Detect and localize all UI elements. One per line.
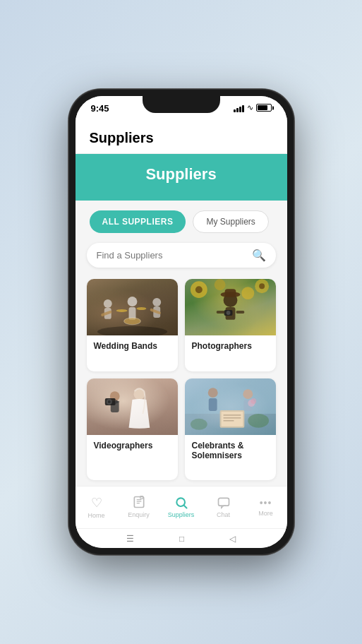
- svg-point-0: [97, 326, 167, 335]
- status-icons: ∿: [234, 103, 272, 112]
- nav-home[interactable]: ♡ Home: [76, 495, 118, 519]
- svg-rect-20: [224, 289, 236, 296]
- card-label-videographers: Videographers: [87, 435, 178, 456]
- svg-rect-33: [185, 378, 276, 414]
- card-wedding-bands[interactable]: Wedding Bands: [87, 279, 178, 371]
- svg-rect-54: [218, 498, 229, 506]
- wedding-bands-illustration: [87, 279, 178, 335]
- battery-icon: [256, 104, 272, 112]
- android-home-icon[interactable]: □: [179, 534, 184, 544]
- videographers-illustration: [87, 378, 178, 435]
- svg-point-3: [123, 318, 140, 325]
- svg-rect-40: [208, 398, 217, 411]
- android-nav: ☰ □ ◁: [76, 528, 287, 548]
- card-label-wedding-bands: Wedding Bands: [87, 335, 178, 357]
- page-title: Suppliers: [90, 130, 154, 145]
- svg-point-39: [207, 388, 217, 398]
- svg-point-4: [103, 299, 111, 308]
- nav-home-label: Home: [88, 512, 104, 519]
- search-bar: 🔍: [87, 243, 276, 268]
- phone-notch: [143, 96, 220, 113]
- phone-frame: 9:45 ∿ Suppliers Suppliers: [68, 89, 294, 555]
- svg-point-15: [241, 287, 254, 299]
- svg-point-44: [251, 398, 256, 404]
- status-time: 9:45: [91, 103, 109, 114]
- more-icon: •••: [260, 497, 272, 508]
- svg-point-11: [136, 307, 146, 310]
- card-photographers[interactable]: Photographers: [185, 279, 276, 371]
- svg-point-32: [107, 400, 110, 403]
- svg-rect-35: [221, 411, 243, 426]
- nav-chat[interactable]: Chat: [203, 496, 245, 518]
- card-label-celebrants: Celebrants & Solemnisers: [185, 435, 276, 466]
- home-icon: ♡: [91, 495, 102, 511]
- chat-icon: [217, 496, 231, 510]
- hero-section: Suppliers: [76, 154, 287, 201]
- svg-point-23: [226, 311, 230, 315]
- bottom-nav: ♡ Home Enquiry Suppliers: [76, 486, 287, 528]
- tab-all-suppliers[interactable]: ALL SUPPLIERS: [90, 210, 186, 233]
- search-input[interactable]: [97, 250, 252, 261]
- card-image-celebrants: [185, 378, 276, 435]
- nav-enquiry-label: Enquiry: [128, 511, 150, 518]
- svg-point-10: [116, 309, 127, 312]
- nav-more-label: More: [258, 510, 273, 517]
- svg-point-14: [214, 279, 225, 290]
- svg-rect-25: [236, 311, 244, 314]
- signal-icon: [234, 104, 244, 112]
- nav-more[interactable]: ••• More: [245, 497, 287, 517]
- nav-suppliers[interactable]: Suppliers: [160, 496, 203, 518]
- wifi-icon: ∿: [247, 103, 253, 112]
- suppliers-icon: [174, 496, 188, 510]
- enquiry-icon: [132, 495, 146, 509]
- svg-point-16: [195, 286, 202, 293]
- phone-screen: 9:45 ∿ Suppliers Suppliers: [76, 96, 287, 548]
- android-back-icon[interactable]: ◁: [229, 534, 236, 544]
- hero-title: Suppliers: [90, 165, 273, 184]
- app-header: Suppliers: [76, 127, 287, 154]
- svg-point-41: [243, 389, 253, 399]
- nav-chat-label: Chat: [217, 511, 230, 518]
- card-image-photographers: [185, 279, 276, 335]
- svg-point-45: [248, 413, 269, 427]
- suppliers-grid: Wedding Bands: [76, 279, 287, 486]
- tabs-container: ALL SUPPLIERS My Suppliers: [76, 201, 287, 243]
- search-container: 🔍: [76, 243, 287, 279]
- card-videographers[interactable]: Videographers: [87, 378, 178, 481]
- svg-point-46: [190, 418, 207, 429]
- card-image-videographers: [87, 378, 178, 435]
- svg-point-1: [127, 297, 137, 306]
- nav-enquiry[interactable]: Enquiry: [118, 495, 160, 518]
- svg-point-17: [259, 283, 265, 289]
- card-image-wedding-bands: [87, 279, 178, 335]
- search-icon[interactable]: 🔍: [252, 249, 266, 262]
- card-celebrants[interactable]: Celebrants & Solemnisers: [185, 378, 276, 481]
- photographers-illustration: [185, 279, 276, 335]
- svg-point-7: [152, 298, 161, 306]
- svg-line-53: [183, 505, 186, 508]
- svg-rect-24: [216, 311, 224, 314]
- tab-my-suppliers[interactable]: My Suppliers: [193, 210, 268, 233]
- celebrants-illustration: [185, 378, 276, 435]
- card-label-photographers: Photographers: [185, 335, 276, 357]
- android-menu-icon[interactable]: ☰: [126, 534, 134, 544]
- nav-suppliers-label: Suppliers: [168, 511, 195, 518]
